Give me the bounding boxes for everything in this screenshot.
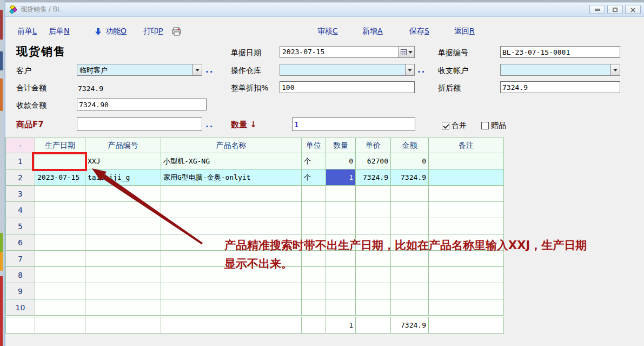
minimize-button[interactable] <box>589 5 605 14</box>
gift-checkbox[interactable]: 赠品 <box>481 121 506 130</box>
grid-cell[interactable] <box>429 169 504 186</box>
grid-cell[interactable] <box>35 186 85 202</box>
product-browse-button[interactable]: .. <box>205 120 214 129</box>
row-number-cell[interactable]: 9 <box>6 283 35 299</box>
customer-dropdown-button[interactable] <box>192 64 202 75</box>
warehouse-combo[interactable] <box>280 64 415 76</box>
grid-cell[interactable] <box>391 283 429 299</box>
grid-cell[interactable] <box>429 202 504 218</box>
row-number-cell[interactable]: 10 <box>6 299 35 316</box>
grid-cell[interactable] <box>326 283 356 299</box>
gift-checkbox-box[interactable] <box>481 122 489 129</box>
grid-cell[interactable]: 小型机-XG-NG <box>161 153 302 169</box>
merge-checkbox[interactable]: 合并 <box>442 121 467 130</box>
grid-cell[interactable]: 个 <box>302 153 326 169</box>
warehouse-browse-button[interactable]: .. <box>417 65 426 75</box>
row-number-cell[interactable]: 8 <box>6 267 35 283</box>
grid-cell[interactable] <box>161 202 302 218</box>
grid-cell[interactable] <box>326 251 356 267</box>
grid-cell[interactable] <box>161 186 302 202</box>
grid-cell[interactable] <box>161 267 302 283</box>
grid-cell[interactable] <box>356 234 391 251</box>
grid-cell[interactable] <box>85 299 161 316</box>
grid-cell[interactable]: XXJ <box>85 153 161 169</box>
row-number-cell[interactable]: 1 <box>6 153 35 169</box>
grid-cell[interactable] <box>161 283 302 299</box>
grid-cell[interactable] <box>302 251 326 267</box>
add-new-button[interactable]: 新增A <box>362 27 383 36</box>
save-button[interactable]: 保存S <box>409 27 429 36</box>
grid-cell[interactable] <box>391 186 429 202</box>
customer-browse-button[interactable]: .. <box>205 65 214 75</box>
grid-cell[interactable] <box>85 234 161 251</box>
row-number-cell[interactable]: 5 <box>6 218 35 234</box>
grid-cell[interactable] <box>391 234 429 251</box>
grid-cell[interactable] <box>85 267 161 283</box>
grid-cell[interactable] <box>326 299 356 316</box>
grid-cell[interactable]: taishiji_g <box>85 169 161 186</box>
grid-cell[interactable] <box>302 202 326 218</box>
return-button[interactable]: 返回R <box>454 27 475 36</box>
row-number-cell[interactable]: 7 <box>6 251 35 267</box>
grid-cell[interactable] <box>429 299 504 316</box>
customer-combo[interactable]: 临时客户 <box>77 64 202 76</box>
grid-cell[interactable] <box>356 267 391 283</box>
calendar-dropdown-button[interactable] <box>398 47 414 57</box>
grid-cell[interactable] <box>161 251 302 267</box>
grid-cell[interactable] <box>302 234 326 251</box>
grid-cell[interactable] <box>35 218 85 234</box>
grid-cell[interactable] <box>391 251 429 267</box>
grid-cell[interactable] <box>391 267 429 283</box>
printer-icon[interactable] <box>171 27 182 36</box>
grid-cell[interactable]: 0 <box>391 153 429 169</box>
grid-cell[interactable] <box>35 202 85 218</box>
grid-cell[interactable] <box>356 218 391 234</box>
grid-cell[interactable] <box>429 234 504 251</box>
grid-cell[interactable] <box>161 299 302 316</box>
grid-cell[interactable] <box>429 251 504 267</box>
grid-cell[interactable]: 家用G型电脑-金奥-onlyit <box>161 169 302 186</box>
grid-cell[interactable] <box>35 153 85 169</box>
discount-input[interactable] <box>280 81 415 93</box>
grid-cell[interactable] <box>35 299 85 316</box>
grid-cell[interactable] <box>391 218 429 234</box>
grid-cell[interactable]: 2023-07-15 <box>35 169 85 186</box>
grid-cell[interactable] <box>326 267 356 283</box>
grid-cell[interactable] <box>302 283 326 299</box>
grid-cell[interactable]: 个 <box>302 169 326 186</box>
account-dropdown-button[interactable] <box>610 64 620 75</box>
grid-cell[interactable] <box>161 234 302 251</box>
grid-cell[interactable] <box>161 218 302 234</box>
grid-cell[interactable] <box>429 283 504 299</box>
grid-cell[interactable] <box>35 267 85 283</box>
grid-cell[interactable] <box>429 153 504 169</box>
prev-doc-button[interactable]: 前单L <box>17 27 37 36</box>
grid-cell[interactable] <box>85 218 161 234</box>
account-combo[interactable] <box>500 64 620 76</box>
grid-cell[interactable] <box>326 186 356 202</box>
row-number-cell[interactable]: 6 <box>6 234 35 251</box>
function-menu-button[interactable]: 功能O <box>105 27 127 36</box>
discounted-input[interactable] <box>500 81 620 93</box>
row-number-cell[interactable]: 3 <box>6 186 35 202</box>
grid-cell[interactable] <box>356 186 391 202</box>
grid-cell[interactable] <box>356 202 391 218</box>
grid-cell[interactable] <box>356 299 391 316</box>
grid-cell[interactable] <box>391 299 429 316</box>
next-doc-button[interactable]: 后单N <box>49 27 69 36</box>
grid-cell[interactable] <box>326 218 356 234</box>
grid-cell[interactable] <box>302 267 326 283</box>
warehouse-dropdown-button[interactable] <box>405 64 414 75</box>
grid-cell[interactable]: 0 <box>326 153 356 169</box>
qty-input[interactable] <box>292 117 415 131</box>
grid-cell[interactable] <box>391 202 429 218</box>
merge-checkbox-box[interactable] <box>442 122 449 129</box>
grid-cell[interactable] <box>302 218 326 234</box>
titlebar[interactable]: 现货销售 / BL × <box>5 3 644 17</box>
grid-cell[interactable]: 7324.9 <box>356 169 391 186</box>
grid-cell[interactable] <box>85 186 161 202</box>
grid-cell[interactable] <box>429 218 504 234</box>
grid-cell[interactable] <box>35 234 85 251</box>
grid-cell[interactable] <box>429 186 504 202</box>
restore-button[interactable] <box>607 5 623 14</box>
